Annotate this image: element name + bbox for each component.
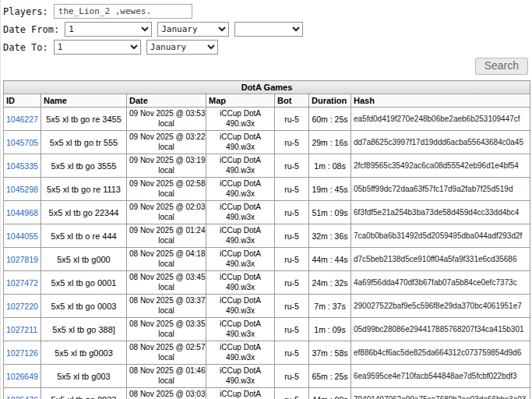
games-table: DotA Games ID Name Date Map Bot Duration… (3, 80, 530, 399)
col-header-id: ID (4, 94, 41, 108)
game-name-cell: 5x5 xl tb g0003 (41, 341, 127, 365)
date-to-row: Date To: 1 January (3, 40, 530, 55)
game-hash-cell: 6f3fdf5e21a254b3ba73de58d459d4cc33dd4bc4 (351, 201, 530, 224)
game-map-cell: iCCup DotA 490.w3x (206, 108, 275, 131)
table-title-row: DotA Games (4, 81, 530, 94)
game-map-name-text: iCCup DotA (209, 179, 272, 189)
game-bot-cell: ru-5 (275, 295, 309, 318)
table-row: 1027819 5x5 xl tb g000 08 Nov 2025 @ 04:… (4, 248, 530, 271)
game-date-cell: 08 Nov 2025 @ 03:45 local (127, 271, 206, 295)
game-name-cell: 5x5 xl tb g000 (41, 248, 127, 271)
game-date-local-text: local (129, 166, 203, 176)
game-id-cell: 1046227 (4, 108, 41, 131)
game-id-link[interactable]: 1027126 (6, 348, 38, 358)
game-map-name-text: iCCup DotA (209, 156, 272, 166)
game-date-local-text: local (129, 189, 203, 200)
game-duration-cell: 44m : 44s (309, 248, 351, 271)
game-id-cell: 1045335 (4, 154, 41, 178)
players-row: Players: (3, 4, 530, 19)
game-duration-cell: 65m : 25s (309, 365, 351, 388)
game-date-text: 08 Nov 2025 @ 03:45 (129, 273, 203, 283)
game-duration-cell: 37m : 58s (309, 341, 351, 365)
game-bot-cell: ru-5 (275, 178, 309, 201)
game-bot-cell: ru-5 (275, 108, 309, 131)
game-id-link[interactable]: 1044968 (6, 208, 38, 217)
game-id-link[interactable]: 1027472 (6, 278, 38, 288)
col-header-map: Map (206, 94, 275, 108)
game-date-text: 08 Nov 2025 @ 03:35 (129, 320, 203, 330)
game-map-file-text: 490.w3x (209, 353, 272, 363)
players-input[interactable] (54, 4, 192, 19)
game-date-local-text: local (129, 236, 203, 246)
date-from-day-select[interactable]: 1 (65, 22, 152, 37)
game-id-link[interactable]: 1027211 (6, 325, 37, 334)
game-map-file-text: 490.w3x (209, 306, 272, 316)
game-id-link[interactable]: 1045298 (6, 185, 38, 194)
game-map-file-text: 490.w3x (209, 119, 272, 129)
game-id-cell: 1027472 (4, 271, 41, 295)
game-map-name-text: iCCup DotA (209, 366, 272, 376)
game-id-link[interactable]: 1045335 (6, 161, 38, 171)
col-header-hash: Hash (351, 94, 530, 108)
game-map-cell: iCCup DotA 490.w3x (206, 388, 275, 399)
game-date-cell: 08 Nov 2025 @ 03:03 local (127, 388, 206, 399)
game-id-link[interactable]: 1026649 (6, 372, 38, 381)
game-date-cell: 08 Nov 2025 @ 03:37 local (127, 295, 206, 318)
date-from-month-select[interactable]: January (157, 22, 229, 37)
game-map-file-text: 490.w3x (209, 260, 272, 270)
game-id-link[interactable]: 1027220 (6, 302, 38, 311)
game-date-text: 09 Nov 2025 @ 03:19 (129, 156, 203, 166)
game-bot-cell: ru-5 (275, 365, 309, 388)
date-to-day-select[interactable]: 1 (54, 40, 141, 55)
game-date-text: 09 Nov 2025 @ 02:03 (129, 203, 203, 213)
game-duration-cell: 60m : 25s (309, 108, 351, 131)
game-bot-cell: ru-5 (275, 341, 309, 365)
game-date-text: 08 Nov 2025 @ 03:37 (129, 296, 203, 306)
date-to-month-select[interactable]: January (146, 40, 218, 55)
game-id-cell: 1045705 (4, 131, 41, 154)
game-map-name-text: iCCup DotA (209, 296, 272, 306)
game-date-cell: 09 Nov 2025 @ 03:19 local (127, 154, 206, 178)
game-date-local-text: local (129, 213, 203, 223)
table-row: 1046227 5x5 xl tb go re 3455 09 Nov 2025… (4, 108, 530, 131)
game-id-link[interactable]: 1044055 (6, 231, 38, 241)
game-bot-cell: ru-5 (275, 318, 309, 341)
game-duration-cell: 32m : 36s (309, 224, 351, 248)
game-name-cell: 5x5 xl tb go re 3455 (41, 108, 127, 131)
table-row: 1027126 5x5 xl tb g0003 08 Nov 2025 @ 02… (4, 341, 530, 365)
game-id-link[interactable]: 1025476 (6, 395, 38, 399)
game-map-cell: iCCup DotA 490.w3x (206, 341, 275, 365)
game-hash-cell: 79401497062e99a75ca7689b2ae03da66bbc3a03 (351, 388, 530, 399)
game-id-link[interactable]: 1045705 (6, 138, 38, 147)
table-row: 1027472 5x5 xl tb go 0001 08 Nov 2025 @ … (4, 271, 530, 295)
game-date-text: 09 Nov 2025 @ 03:22 (129, 132, 203, 143)
game-date-text: 09 Nov 2025 @ 01:24 (129, 226, 203, 236)
game-map-cell: iCCup DotA 490.w3x (206, 131, 275, 154)
game-bot-cell: ru-5 (275, 388, 309, 399)
game-date-cell: 08 Nov 2025 @ 03:35 local (127, 318, 206, 341)
table-row: 1045335 5x5 xl tb go 3555 09 Nov 2025 @ … (4, 154, 530, 178)
game-id-cell: 1027211 (4, 318, 41, 341)
table-row: 1044055 5x5 xl tb o re 444 09 Nov 2025 @… (4, 224, 530, 248)
game-name-cell: 5x5 xl tb go 0033 (41, 388, 127, 399)
game-date-local-text: local (129, 376, 203, 387)
game-map-name-text: iCCup DotA (209, 343, 272, 353)
game-map-name-text: iCCup DotA (209, 226, 272, 236)
search-row: Search (3, 58, 528, 75)
game-id-cell: 1027819 (4, 248, 41, 271)
game-date-cell: 09 Nov 2025 @ 01:24 local (127, 224, 206, 248)
game-id-link[interactable]: 1027819 (6, 255, 38, 264)
game-map-cell: iCCup DotA 490.w3x (206, 248, 275, 271)
search-button[interactable]: Search (475, 58, 528, 75)
game-map-file-text: 490.w3x (209, 189, 272, 200)
game-id-link[interactable]: 1046227 (6, 115, 38, 124)
table-header-row: ID Name Date Map Bot Duration Hash (4, 94, 530, 108)
game-map-file-text: 490.w3x (209, 166, 272, 176)
game-map-cell: iCCup DotA 490.w3x (206, 154, 275, 178)
table-row: 1025476 5x5 xl tb go 0033 08 Nov 2025 @ … (4, 388, 530, 399)
date-from-year-select[interactable] (234, 22, 303, 37)
game-name-cell: 5x5 xl tb go re 1113 (41, 178, 127, 201)
game-id-cell: 1045298 (4, 178, 41, 201)
game-id-cell: 1026649 (4, 365, 41, 388)
game-duration-cell: 51m : 09s (309, 201, 351, 224)
